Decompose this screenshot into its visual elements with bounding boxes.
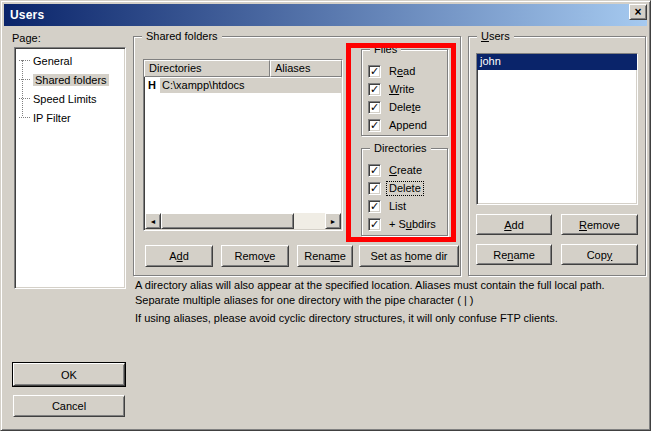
page-item-ip-filter[interactable]: IP Filter — [15, 108, 125, 127]
tree-branch-icon — [19, 60, 30, 61]
checkbox-dirs-subdirs[interactable]: ✓ + Subdirs — [368, 215, 443, 233]
directories-permissions-group: Directories ✓ Create ✓ Delete ✓ List ✓ +… — [361, 148, 448, 236]
directory-row[interactable]: H C:\xampp\htdocs — [144, 77, 342, 93]
folder-rename-button[interactable]: Rename — [297, 245, 353, 267]
checkbox-icon: ✓ — [368, 218, 381, 231]
page-item-speed-limits[interactable]: Speed Limits — [15, 89, 125, 108]
cancel-button[interactable]: Cancel — [13, 395, 125, 417]
check-icon: ✓ — [370, 219, 379, 229]
alias-note-text: A directory alias will also appear at th… — [135, 278, 647, 308]
check-icon: ✓ — [370, 120, 379, 130]
tree-branch-icon — [19, 117, 30, 118]
checkbox-icon: ✓ — [368, 200, 381, 213]
user-copy-button[interactable]: Copy — [561, 244, 638, 265]
arrow-right-icon: ► — [330, 218, 337, 225]
scroll-right-button[interactable]: ► — [325, 213, 341, 229]
checkbox-label: Create — [387, 164, 424, 177]
scroll-left-button[interactable]: ◄ — [145, 213, 161, 229]
listview-header: Directories Aliases — [144, 60, 342, 77]
close-icon: × — [634, 5, 641, 19]
directories-listview[interactable]: Directories Aliases H C:\xampp\htdocs ◄ … — [143, 59, 343, 231]
user-item-john[interactable]: john — [477, 54, 637, 70]
checkbox-dirs-list[interactable]: ✓ List — [368, 197, 443, 215]
tree-branch-icon — [19, 98, 30, 99]
checkbox-icon: ✓ — [368, 119, 381, 132]
tree-branch-icon — [19, 79, 30, 80]
page-item-label: General — [33, 55, 72, 67]
check-icon: ✓ — [370, 66, 379, 76]
column-header-directories[interactable]: Directories — [144, 60, 270, 77]
check-icon: ✓ — [370, 201, 379, 211]
users-listbox[interactable]: john — [476, 53, 638, 205]
check-icon: ✓ — [370, 165, 379, 175]
folder-add-button[interactable]: Add — [145, 245, 213, 267]
checkbox-label-focused: Delete — [387, 182, 423, 195]
users-group-label: Users — [477, 29, 514, 43]
directories-group-label: Directories — [370, 141, 431, 155]
checkbox-files-delete[interactable]: ✓ Delete — [368, 98, 443, 116]
directory-path: C:\xampp\htdocs — [160, 78, 342, 93]
checkbox-icon: ✓ — [368, 83, 381, 96]
checkbox-icon: ✓ — [368, 65, 381, 78]
user-rename-button[interactable]: Rename — [476, 244, 552, 265]
directories-options: ✓ Create ✓ Delete ✓ List ✓ + Subdirs — [368, 161, 443, 233]
shared-folders-group-label: Shared folders — [142, 29, 222, 43]
horizontal-scrollbar[interactable]: ◄ ► — [145, 213, 341, 229]
users-dialog: Users × Page: General Shared folders Spe… — [0, 0, 651, 431]
page-item-shared-folders[interactable]: Shared folders — [15, 70, 125, 89]
set-as-home-dir-button[interactable]: Set as home dir — [359, 245, 459, 267]
page-label: Page: — [12, 32, 41, 44]
user-remove-button[interactable]: Remove — [561, 214, 638, 235]
folder-remove-button[interactable]: Remove — [221, 245, 289, 267]
files-group-label: Files — [370, 42, 401, 56]
title-bar[interactable]: Users — [4, 4, 647, 26]
close-button[interactable]: × — [629, 4, 647, 20]
column-header-aliases[interactable]: Aliases — [270, 60, 342, 77]
home-dir-marker: H — [144, 79, 160, 91]
checkbox-dirs-create[interactable]: ✓ Create — [368, 161, 443, 179]
page-list[interactable]: General Shared folders Speed Limits IP F… — [14, 47, 126, 289]
checkbox-label: Delete — [387, 101, 423, 114]
checkbox-dirs-delete[interactable]: ✓ Delete — [368, 179, 443, 197]
checkbox-label: List — [387, 200, 408, 213]
ok-button[interactable]: OK — [13, 363, 125, 386]
check-icon: ✓ — [370, 102, 379, 112]
checkbox-files-write[interactable]: ✓ Write — [368, 80, 443, 98]
page-item-label: IP Filter — [33, 112, 71, 124]
check-icon: ✓ — [370, 183, 379, 193]
user-add-button[interactable]: Add — [476, 214, 552, 235]
files-permissions-group: Files ✓ Read ✓ Write ✓ Delete ✓ Append — [361, 49, 448, 136]
checkbox-label: Read — [387, 65, 417, 78]
window-title: Users — [10, 8, 44, 22]
page-item-general[interactable]: General — [15, 51, 125, 70]
page-item-label: Speed Limits — [33, 93, 97, 105]
checkbox-label: Write — [387, 83, 416, 96]
checkbox-icon: ✓ — [368, 182, 381, 195]
files-options: ✓ Read ✓ Write ✓ Delete ✓ Append — [368, 62, 443, 134]
page-item-label-selected: Shared folders — [33, 74, 109, 86]
checkbox-label: + Subdirs — [387, 218, 438, 231]
arrow-left-icon: ◄ — [150, 218, 157, 225]
cyclic-note-text: If using aliases, please avoid cyclic di… — [135, 311, 647, 326]
scrollbar-thumb[interactable] — [161, 213, 294, 229]
checkbox-label: Append — [387, 119, 429, 132]
checkbox-icon: ✓ — [368, 164, 381, 177]
check-icon: ✓ — [370, 84, 379, 94]
checkbox-files-read[interactable]: ✓ Read — [368, 62, 443, 80]
checkbox-files-append[interactable]: ✓ Append — [368, 116, 443, 134]
scrollbar-track[interactable] — [294, 213, 325, 229]
checkbox-icon: ✓ — [368, 101, 381, 114]
